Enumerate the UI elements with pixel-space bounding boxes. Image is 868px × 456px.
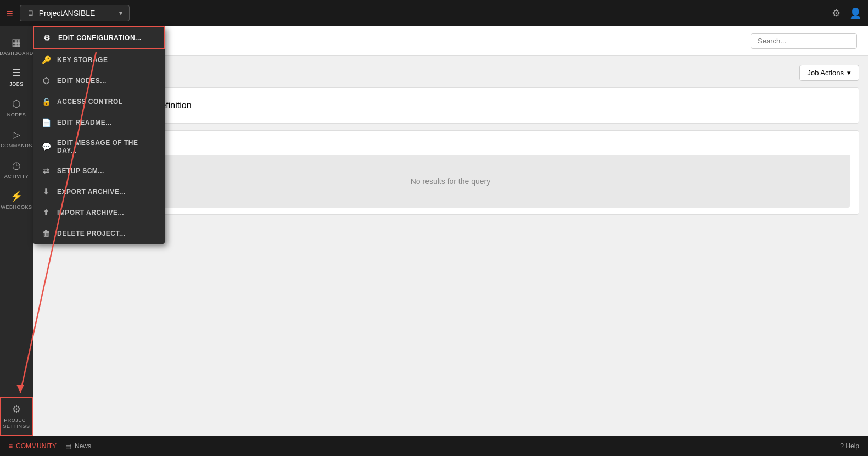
sidebar-label-project-settings: PROJECTSETTINGS xyxy=(3,418,30,430)
edit-motd-icon: 💬 xyxy=(42,142,51,151)
menu-label-delete-project: DELETE PROJECT... xyxy=(57,230,126,237)
menu-item-access-control[interactable]: 🔒 ACCESS CONTROL xyxy=(33,91,165,112)
sidebar-item-dashboard[interactable]: ▦ DASHBOARD xyxy=(0,31,33,62)
project-selector[interactable]: 🖥 ProjectANSIBLE ▾ xyxy=(20,5,130,21)
menu-item-delete-project[interactable]: 🗑 DELETE PROJECT... xyxy=(33,223,165,244)
main-layout: ▦ DASHBOARD ☰ JOBS ⬡ NODES ▷ COMMANDS ◷ … xyxy=(0,26,868,436)
menu-label-export-archive: EXPORT ARCHIVE... xyxy=(57,188,126,196)
settings-icon[interactable]: ⚙ xyxy=(832,7,841,19)
community-label: COMMUNITY xyxy=(16,442,57,450)
menu-item-edit-motd[interactable]: 💬 EDIT MESSAGE OF THE DAY... xyxy=(33,133,165,160)
dashboard-icon: ▦ xyxy=(12,36,21,48)
sidebar-label-commands: COMMANDS xyxy=(1,143,32,148)
key-storage-icon: 🔑 xyxy=(42,55,51,64)
menu-label-key-storage: KEY STORAGE xyxy=(57,56,108,64)
no-results-message: No results for the query xyxy=(51,155,850,208)
sidebar-label-nodes: NODES xyxy=(7,112,26,118)
project-menu: ⚙ EDIT CONFIGURATION... 🔑 KEY STORAGE ⬡ … xyxy=(33,26,165,244)
menu-label-edit-config: EDIT CONFIGURATION... xyxy=(58,34,142,42)
import-archive-icon: ⬆ xyxy=(42,208,51,217)
menu-item-edit-readme[interactable]: 📄 EDIT README... xyxy=(33,112,165,133)
bottom-bar-left: ≡ COMMUNITY ▤ News xyxy=(9,442,91,450)
menu-item-edit-config[interactable]: ⚙ EDIT CONFIGURATION... xyxy=(33,26,165,49)
menu-label-edit-readme: EDIT README... xyxy=(57,119,112,126)
sidebar-item-activity[interactable]: ◷ ACTIVITY xyxy=(0,154,33,185)
topbar: ≡ 🖥 ProjectANSIBLE ▾ ⚙ 👤 xyxy=(0,0,868,26)
jobs-icon: ☰ xyxy=(12,67,21,79)
project-settings-icon: ⚙ xyxy=(12,403,21,415)
hamburger-icon[interactable]: ≡ xyxy=(7,7,13,20)
community-link[interactable]: ≡ COMMUNITY xyxy=(9,442,57,450)
sidebar-label-jobs: JOBS xyxy=(9,81,24,87)
menu-label-import-archive: IMPORT ARCHIVE... xyxy=(57,209,124,216)
export-archive-icon: ⬇ xyxy=(42,187,51,196)
news-link[interactable]: ▤ News xyxy=(65,442,91,450)
menu-label-access-control: ACCESS CONTROL xyxy=(57,98,123,105)
menu-label-edit-nodes: EDIT NODES... xyxy=(57,77,107,85)
job-actions-label: Job Actions xyxy=(808,69,844,77)
sidebar-label-activity: ACTIVITY xyxy=(4,174,29,179)
search-input[interactable] xyxy=(751,33,857,49)
project-name: ProjectANSIBLE xyxy=(39,9,115,18)
sidebar-bottom: ⚙ PROJECTSETTINGS xyxy=(0,397,33,436)
sidebar: ▦ DASHBOARD ☰ JOBS ⬡ NODES ▷ COMMANDS ◷ … xyxy=(0,26,33,436)
sidebar-item-jobs[interactable]: ☰ JOBS xyxy=(0,62,33,92)
activity-icon: ◷ xyxy=(12,159,21,171)
job-actions-button[interactable]: Job Actions ▾ xyxy=(799,65,860,81)
menu-item-import-archive[interactable]: ⬆ IMPORT ARCHIVE... xyxy=(33,202,165,223)
sidebar-item-webhooks[interactable]: ⚡ WEBHOOKS xyxy=(0,185,33,215)
menu-item-edit-nodes[interactable]: ⬡ EDIT NODES... xyxy=(33,70,165,91)
sidebar-item-nodes[interactable]: ⬡ NODES xyxy=(0,92,33,123)
bottom-bar: ≡ COMMUNITY ▤ News ? Help xyxy=(0,436,868,456)
sidebar-label-dashboard: DASHBOARD xyxy=(0,51,33,56)
delete-project-icon: 🗑 xyxy=(42,229,51,238)
user-icon[interactable]: 👤 xyxy=(849,7,861,19)
topbar-left: ≡ 🖥 ProjectANSIBLE ▾ xyxy=(7,5,130,21)
edit-nodes-icon: ⬡ xyxy=(42,76,51,85)
nodes-icon: ⬡ xyxy=(12,98,21,110)
news-label: News xyxy=(75,442,91,450)
chevron-down-icon: ▾ xyxy=(119,9,122,17)
news-icon: ▤ xyxy=(65,442,71,450)
edit-config-icon: ⚙ xyxy=(43,34,52,42)
menu-item-setup-scm[interactable]: ⇄ SETUP SCM... xyxy=(33,160,165,181)
webhooks-icon: ⚡ xyxy=(10,190,23,202)
filter-row: Filter... xyxy=(51,137,850,151)
sidebar-item-commands[interactable]: ▷ COMMANDS xyxy=(0,123,33,154)
topbar-right: ⚙ 👤 xyxy=(832,7,861,19)
menu-item-key-storage[interactable]: 🔑 KEY STORAGE xyxy=(33,49,165,70)
access-control-icon: 🔒 xyxy=(42,97,51,106)
menu-item-export-archive[interactable]: ⬇ EXPORT ARCHIVE... xyxy=(33,181,165,202)
menu-label-setup-scm: SETUP SCM... xyxy=(57,167,104,175)
help-label[interactable]: ? Help xyxy=(840,442,859,450)
community-icon: ≡ xyxy=(9,442,13,450)
sidebar-label-webhooks: WEBHOOKS xyxy=(1,204,32,210)
bottom-bar-right: ? Help xyxy=(840,442,859,450)
project-icon: 🖥 xyxy=(27,9,35,18)
setup-scm-icon: ⇄ xyxy=(42,166,51,175)
sidebar-item-project-settings[interactable]: ⚙ PROJECTSETTINGS xyxy=(1,398,32,435)
edit-readme-icon: 📄 xyxy=(42,118,51,127)
commands-icon: ▷ xyxy=(13,129,21,141)
job-actions-chevron-icon: ▾ xyxy=(847,69,851,77)
menu-label-edit-motd: EDIT MESSAGE OF THE DAY... xyxy=(57,139,156,154)
